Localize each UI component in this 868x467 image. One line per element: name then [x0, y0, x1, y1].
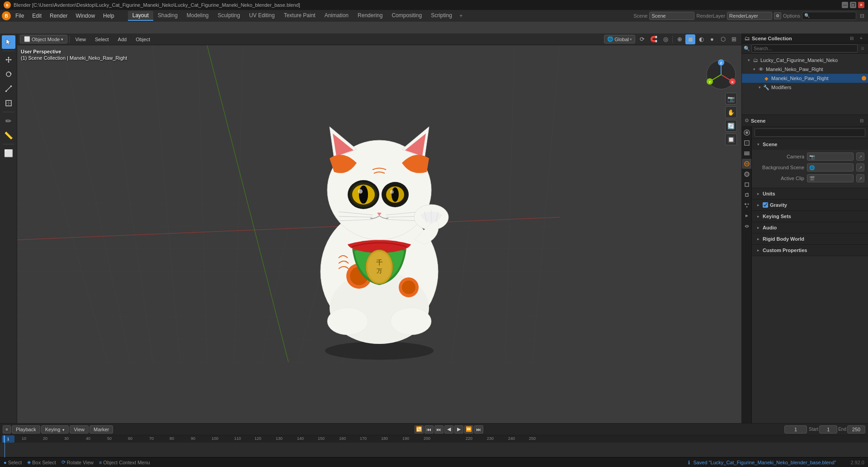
viewport-add-menu[interactable]: Add	[114, 36, 131, 43]
prop-section-custom-props-header[interactable]: ▸ Custom Properties	[752, 245, 868, 256]
snap-icon[interactable]: 🧲	[649, 34, 659, 44]
step-back-button[interactable]: ⏭	[434, 425, 443, 434]
options-icon[interactable]: ⚙	[774, 12, 781, 19]
tool-transform[interactable]	[2, 96, 15, 110]
prop-tab-physics[interactable]	[742, 211, 752, 221]
tree-item-parent-mesh[interactable]: ▾ 👁 Maneki_Neko_Paw_Right	[742, 65, 868, 74]
timeline-menu-icon[interactable]: ≡	[3, 425, 11, 434]
menu-render[interactable]: Render	[46, 12, 71, 20]
prop-tab-render[interactable]	[742, 128, 752, 138]
workspace-modeling[interactable]: Modeling	[182, 11, 213, 21]
workspace-sculpting[interactable]: Sculpting	[213, 11, 245, 21]
global-transform-selector[interactable]: 🌐 Global ▾	[604, 35, 635, 43]
play-forward-button[interactable]: ▶	[454, 425, 463, 434]
outliner-search-input[interactable]	[751, 44, 858, 52]
menu-window[interactable]: Window	[72, 12, 99, 20]
prop-tab-particles[interactable]	[742, 200, 752, 210]
proportional-icon[interactable]: ◎	[660, 34, 670, 44]
tree-arrow-0[interactable]: ▾	[745, 57, 752, 63]
viewport-select-menu[interactable]: Select	[91, 36, 113, 43]
tree-item-collection[interactable]: ▾ 🗂 Lucky_Cat_Figurine_Maneki_Neko	[742, 56, 868, 65]
workspace-shading[interactable]: Shading	[153, 11, 182, 21]
outliner-filter-icon[interactable]: ⊟	[848, 34, 856, 43]
prop-section-gravity-header[interactable]: ▸ Gravity	[752, 200, 868, 210]
loop-icon[interactable]: 🔁	[415, 425, 424, 434]
pivot-icon[interactable]: ⟳	[637, 34, 647, 44]
workspace-compositing[interactable]: Compositing	[387, 11, 426, 21]
prop-section-rigid-body-header[interactable]: ▸ Rigid Body World	[752, 234, 868, 244]
workspace-animation[interactable]: Animation	[320, 11, 353, 21]
camera-action-icon[interactable]: ↗	[856, 152, 864, 161]
scene-selector[interactable]: Scene	[649, 12, 694, 20]
tool-add-cube[interactable]: ⬜	[2, 146, 15, 160]
object-mode-selector[interactable]: ⬜ Object Mode ▾	[20, 35, 67, 43]
prop-tab-output[interactable]	[742, 138, 752, 148]
tree-arrow-1[interactable]: ▾	[751, 66, 757, 72]
outliner-add-icon[interactable]: +	[857, 34, 865, 43]
workspace-layout[interactable]: Layout	[128, 11, 153, 21]
playback-menu[interactable]: Playback	[12, 425, 40, 434]
playhead[interactable]	[4, 435, 5, 443]
viewport[interactable]: ⬜ Object Mode ▾ View Select Add Object 🌐…	[17, 33, 741, 442]
workspace-uv-editing[interactable]: UV Editing	[245, 11, 279, 21]
prop-tab-object[interactable]	[742, 180, 752, 190]
jump-start-button[interactable]: ⏮	[425, 425, 434, 434]
current-frame-input[interactable]: 1	[784, 425, 807, 434]
jump-end-button[interactable]: ⏭	[474, 425, 483, 434]
zoom-view-icon[interactable]: 🔲	[725, 133, 737, 145]
view-menu[interactable]: View	[70, 425, 89, 434]
marker-menu[interactable]: Marker	[90, 425, 113, 434]
prop-tab-scene[interactable]	[742, 159, 752, 169]
viewport-view-menu[interactable]: View	[71, 36, 90, 43]
global-search[interactable]: 🔍	[802, 12, 856, 20]
prop-search-input[interactable]	[755, 129, 865, 137]
filter-icon[interactable]: ⊟	[858, 12, 866, 20]
bg-scene-action-icon[interactable]: ↗	[856, 163, 864, 172]
prop-section-keying-header[interactable]: ▸ Keying Sets	[752, 211, 868, 222]
viewport-overlay-icon[interactable]: ⊕	[675, 34, 684, 44]
maximize-button[interactable]: ❐	[850, 2, 856, 8]
prop-section-units-header[interactable]: ▸ Units	[752, 188, 868, 199]
close-button[interactable]: ✕	[858, 2, 864, 8]
hand-tool-icon[interactable]: ✋	[725, 106, 737, 118]
window-controls[interactable]: — ❐ ✕	[842, 2, 864, 8]
viewport-object-menu[interactable]: Object	[132, 36, 154, 43]
menu-file[interactable]: File	[12, 12, 28, 20]
tool-scale[interactable]	[2, 82, 15, 95]
active-clip-value[interactable]: 🎬	[807, 174, 854, 182]
viewport-shading-solid[interactable]: ◼	[685, 34, 695, 44]
start-frame-input[interactable]: 1	[819, 425, 837, 434]
step-forward-button[interactable]: ⏩	[464, 425, 473, 434]
minimize-button[interactable]: —	[842, 2, 848, 8]
workspace-scripting[interactable]: Scripting	[426, 11, 457, 21]
camera-value[interactable]: 📷	[807, 152, 854, 161]
viewport-content[interactable]: User Perspective (1) Scene Collection | …	[17, 45, 741, 442]
prop-tab-world[interactable]	[742, 169, 752, 179]
timeline-track[interactable]: 0 10 20 30 40 50 60 70 80 90 100 110 120…	[0, 435, 868, 457]
prop-tab-viewlayer[interactable]	[742, 148, 752, 158]
tree-item-mesh-object[interactable]: ◆ Maneki_Neko_Paw_Right	[742, 74, 868, 83]
tool-cursor[interactable]	[2, 35, 15, 49]
gravity-checkbox[interactable]	[763, 202, 768, 208]
play-reverse-button[interactable]: ◀	[444, 425, 453, 434]
zoom-camera-icon[interactable]: 📷	[725, 93, 737, 105]
rotate-view-icon[interactable]: 🔄	[725, 120, 737, 132]
menu-help[interactable]: Help	[99, 12, 118, 20]
menu-edit[interactable]: Edit	[28, 12, 45, 20]
viewport-shading-rendered[interactable]: ●	[707, 34, 717, 44]
prop-tab-modifier[interactable]	[742, 190, 752, 200]
properties-filter-icon[interactable]: ⊟	[858, 117, 865, 124]
tool-annotate[interactable]: ✏	[2, 114, 15, 128]
end-frame-input[interactable]: 250	[847, 425, 865, 434]
tool-measure[interactable]: 📏	[2, 129, 15, 142]
viewport-shading-wireframe[interactable]: ⬡	[718, 34, 728, 44]
renderlayer-selector[interactable]: RenderLayer	[727, 12, 772, 20]
prop-section-scene-header[interactable]: ▾ Scene	[752, 139, 868, 150]
tool-move[interactable]	[2, 53, 15, 67]
timeline-keyframes-area[interactable]	[0, 443, 868, 457]
navigation-gizmo[interactable]: Z X Y	[705, 59, 737, 91]
viewport-shading-material[interactable]: ◐	[696, 34, 706, 44]
outliner-view-icon[interactable]: ≡	[859, 45, 866, 52]
tool-rotate[interactable]	[2, 67, 15, 81]
prop-tab-constraints[interactable]	[742, 221, 752, 231]
